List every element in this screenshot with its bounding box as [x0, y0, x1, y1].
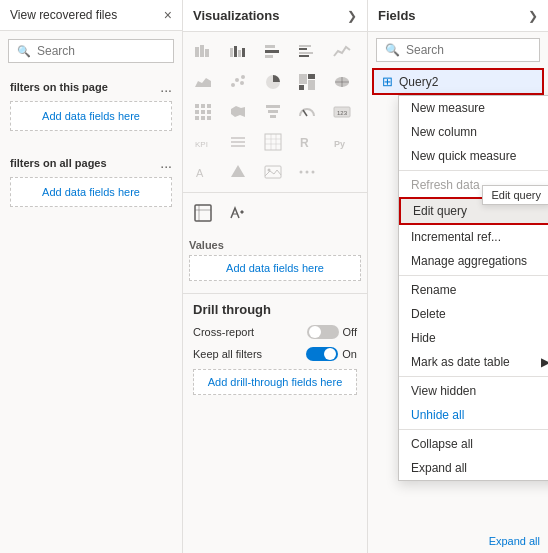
- keep-filters-toggle[interactable]: On: [306, 347, 357, 361]
- viz-scatter-icon[interactable]: [224, 68, 252, 96]
- cross-report-toggle[interactable]: Off: [307, 325, 357, 339]
- filters-on-page-header: filters on this page ...: [10, 79, 172, 95]
- query2-item[interactable]: ⊞ Query2: [372, 68, 544, 95]
- svg-rect-0: [195, 47, 199, 57]
- context-menu-view-hidden[interactable]: View hidden: [399, 379, 548, 403]
- viz-kpi-icon[interactable]: KPI: [189, 128, 217, 156]
- svg-rect-4: [234, 46, 237, 57]
- filters-search-box[interactable]: 🔍: [8, 39, 174, 63]
- svg-text:Py: Py: [334, 139, 345, 149]
- context-menu-sep2: [399, 275, 548, 276]
- svg-rect-1: [200, 45, 204, 57]
- fields-icon[interactable]: [189, 199, 217, 227]
- expand-all-label[interactable]: Expand all: [376, 535, 540, 547]
- context-menu-mark-date-table-label: Mark as date table: [411, 355, 510, 369]
- svg-rect-3: [230, 48, 233, 57]
- svg-rect-13: [299, 55, 309, 57]
- filters-all-pages-menu[interactable]: ...: [160, 155, 172, 171]
- visualizations-chevron-icon[interactable]: ❯: [347, 9, 357, 23]
- drill-through-section: Drill through Cross-report Off Keep all …: [183, 293, 367, 409]
- viz-line-chart-icon[interactable]: [328, 38, 356, 66]
- svg-rect-8: [265, 50, 279, 53]
- context-menu-unhide-all[interactable]: Unhide all: [399, 403, 548, 427]
- viz-slicer-icon[interactable]: [224, 128, 252, 156]
- filters-on-page-section: filters on this page ... Add data fields…: [0, 71, 182, 147]
- query2-label: Query2: [399, 75, 438, 89]
- keep-filters-label: Keep all filters: [193, 348, 262, 360]
- context-menu-new-measure[interactable]: New measure: [399, 96, 548, 120]
- viz-py-icon[interactable]: Py: [328, 128, 356, 156]
- cross-report-track[interactable]: [307, 325, 339, 339]
- svg-text:R: R: [300, 136, 309, 150]
- viz-table-icon[interactable]: [259, 128, 287, 156]
- keep-filters-track[interactable]: [306, 347, 338, 361]
- viz-r-icon[interactable]: R: [293, 128, 321, 156]
- filters-on-page-menu[interactable]: ...: [160, 79, 172, 95]
- viz-card-icon[interactable]: 123: [328, 98, 356, 126]
- context-menu-collapse-all[interactable]: Collapse all: [399, 432, 548, 456]
- context-menu-new-column[interactable]: New column: [399, 120, 548, 144]
- viz-filled-map-icon[interactable]: [224, 98, 252, 126]
- viz-stacked-bar-icon[interactable]: [189, 38, 217, 66]
- close-button[interactable]: ×: [164, 8, 172, 22]
- viz-image-icon[interactable]: [259, 158, 287, 186]
- viz-icons-grid: 123 KPI R Py A: [183, 32, 367, 192]
- svg-text:KPI: KPI: [195, 140, 208, 149]
- context-menu-hide[interactable]: Hide: [399, 326, 548, 350]
- format-icon[interactable]: [223, 199, 251, 227]
- svg-rect-23: [308, 80, 315, 90]
- svg-marker-14: [195, 78, 211, 87]
- svg-rect-30: [195, 110, 199, 114]
- viz-shape-icon[interactable]: [224, 158, 252, 186]
- viz-more-icon[interactable]: [293, 158, 321, 186]
- context-menu-new-quick-measure[interactable]: New quick measure: [399, 144, 548, 168]
- fields-search-icon: 🔍: [385, 43, 400, 57]
- search-icon: 🔍: [17, 45, 31, 58]
- svg-rect-7: [265, 45, 275, 48]
- viz-map-icon[interactable]: [328, 68, 356, 96]
- svg-rect-60: [195, 205, 211, 221]
- svg-rect-37: [268, 110, 278, 113]
- cross-report-state: Off: [343, 326, 357, 338]
- build-visual-area: Values Add data fields here: [183, 233, 367, 293]
- viz-text-icon[interactable]: A: [189, 158, 217, 186]
- viz-area-chart-icon[interactable]: [189, 68, 217, 96]
- context-menu-incremental-ref[interactable]: Incremental ref...: [399, 225, 548, 249]
- filters-search-input[interactable]: [37, 44, 165, 58]
- context-menu-delete[interactable]: Delete: [399, 302, 548, 326]
- context-menu-expand-all[interactable]: Expand all: [399, 456, 548, 480]
- filters-all-pages-section: filters on all pages ... Add data fields…: [0, 147, 182, 223]
- fields-search-box[interactable]: 🔍: [376, 38, 540, 62]
- svg-rect-36: [266, 105, 280, 108]
- visualizations-title: Visualizations: [193, 8, 279, 23]
- svg-point-57: [300, 171, 303, 174]
- viz-clustered-bar-h-icon[interactable]: [293, 38, 321, 66]
- viz-pie-chart-icon[interactable]: [259, 68, 287, 96]
- filters-all-pages-add-fields[interactable]: Add data fields here: [10, 177, 172, 207]
- fields-search-input[interactable]: [406, 43, 531, 57]
- view-recovered-files-label: View recovered files: [10, 8, 117, 22]
- svg-point-59: [312, 171, 315, 174]
- context-menu: New measure New column New quick measure…: [398, 95, 548, 481]
- fields-chevron-icon[interactable]: ❯: [528, 9, 538, 23]
- fields-header: Fields ❯: [368, 0, 548, 32]
- svg-rect-46: [265, 134, 281, 150]
- filters-on-page-add-fields[interactable]: Add data fields here: [10, 101, 172, 131]
- keep-filters-thumb: [324, 348, 336, 360]
- context-menu-manage-aggregations[interactable]: Manage aggregations: [399, 249, 548, 273]
- context-menu-rename[interactable]: Rename: [399, 278, 548, 302]
- viz-matrix-icon[interactable]: [189, 98, 217, 126]
- cross-report-label: Cross-report: [193, 326, 254, 338]
- drill-through-add-fields[interactable]: Add drill-through fields here: [193, 369, 357, 395]
- context-menu-mark-date-table[interactable]: Mark as date table ▶: [399, 350, 548, 374]
- viz-treemap-icon[interactable]: [293, 68, 321, 96]
- viz-gauge-icon[interactable]: [293, 98, 321, 126]
- viz-clustered-bar-icon[interactable]: [224, 38, 252, 66]
- viz-funnel-icon[interactable]: [259, 98, 287, 126]
- values-add-fields[interactable]: Add data fields here: [189, 255, 361, 281]
- viz-stacked-bar-h-icon[interactable]: [259, 38, 287, 66]
- svg-rect-11: [299, 48, 307, 50]
- svg-rect-20: [299, 74, 307, 84]
- svg-rect-34: [201, 116, 205, 120]
- filters-all-pages-header: filters on all pages ...: [10, 155, 172, 171]
